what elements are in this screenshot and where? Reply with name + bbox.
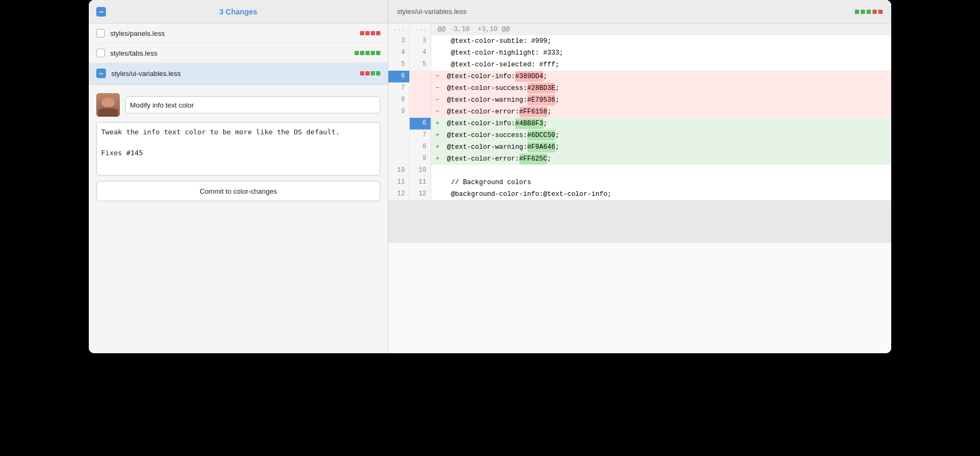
right-panel: styles/ui-variables.less ... ... @@ -3,1… [388,0,891,353]
diff-row-removed-6: 6 − @text-color-info:#389DD4; [388,71,891,82]
dot-green [376,51,380,55]
new-line-added-7: 7 [410,130,431,141]
new-line-11: 11 [410,177,431,188]
prefix-minus: − [435,83,443,94]
line-code-12: @background-color-info:@text-color-info; [431,188,891,200]
old-line-7: 7 [388,82,410,94]
dot-green [365,51,370,55]
diff-row-removed-8: 8 − @text-color-warning:#E79536; [388,94,891,106]
new-line-10: 10 [410,165,431,177]
highlight-removed: #389DD4 [515,71,543,82]
prefix-plus: + [435,130,443,141]
line-code-added-6: + @text-color-info:#4BB8F3; [431,118,891,130]
left-panel: 3 Changes styles/panels.less [89,0,388,353]
old-line-8: 8 [388,94,410,106]
file-item-panels[interactable]: styles/panels.less [89,24,388,43]
avatar [96,93,120,117]
dot-green [360,51,364,55]
diff-dots-tabs [355,51,380,55]
new-line-4: 4 [410,47,431,59]
new-line-added-9: 9 [410,153,431,165]
right-header: styles/ui-variables.less [388,0,891,24]
new-line-12: 12 [410,188,431,200]
filename-panels: styles/panels.less [110,29,360,37]
commit-button[interactable]: Commit to color-changes [96,181,380,201]
highlight-removed: #FF6158 [519,107,548,117]
file-checkbox-tabs[interactable] [96,49,105,57]
old-line-4: 4 [388,47,410,59]
line-code-10 [431,165,891,177]
new-line-added-6: 6 [410,118,431,130]
file-selected-indicator [96,69,106,78]
old-line-added-7-empty [388,130,410,141]
old-line-3: 3 [388,35,410,47]
new-line-5: 5 [410,59,431,71]
line-code-3: @text-color-subtle: #999; [431,35,891,47]
dot-red [371,31,375,35]
line-code-added-9: + @text-color-error:#FF625C; [431,153,891,165]
prefix [435,48,443,58]
line-code-removed-6: − @text-color-info:#389DD4; [431,71,891,82]
hunk-old-num: ... [388,24,410,35]
hunk-header-text: @@ -3,10 +3,10 @@ [431,24,891,35]
dot-green [867,10,871,14]
highlight-added: #4BB8F3 [515,118,543,129]
new-line-6-empty [410,71,431,82]
prefix-plus: + [435,142,443,153]
diff-row-added-8: 8 + @text-color-warning:#F9A646; [388,141,891,153]
prefix [435,36,443,47]
prefix-plus: + [435,118,443,129]
highlight-removed: #E79536 [527,95,556,105]
prefix [435,177,443,188]
commit-title-input[interactable] [125,96,380,113]
prefix [435,189,443,200]
right-header-filepath: styles/ui-variables.less [397,7,466,16]
changes-title: 3 Changes [219,7,257,16]
dot-red [365,71,370,75]
diff-row-removed-9: 9 − @text-color-error:#FF6158; [388,106,891,118]
line-code-added-8: + @text-color-warning:#F9A646; [431,141,891,153]
diff-row-context-10: 10 10 [388,165,891,177]
file-item-ui-variables[interactable]: styles/ui-variables.less [89,63,388,84]
old-line-9: 9 [388,106,410,118]
filename-tabs: styles/tabs.less [110,49,355,57]
prefix-minus: − [435,71,443,82]
diff-row-added-7: 7 + @text-color-success:#6DCC50; [388,130,891,141]
avatar-face [96,93,120,117]
dot-green [861,10,865,14]
dot-green [855,10,859,14]
dot-green [371,51,375,55]
line-code-removed-7: − @text-color-success:#28BD3E; [431,82,891,94]
old-line-5: 5 [388,59,410,71]
prefix [435,165,443,176]
file-checkbox-panels[interactable] [96,29,105,37]
highlight-added: #FF625C [519,154,548,164]
old-line-6: 6 [388,71,410,82]
old-line-11: 11 [388,177,410,188]
commit-body-input[interactable]: Tweak the info text color to be more lik… [96,122,380,176]
file-item-tabs[interactable]: styles/tabs.less [89,43,388,63]
diff-row-added-6: 6 + @text-color-info:#4BB8F3; [388,118,891,130]
diff-dots-ui-variables [360,71,380,75]
dot-red [360,71,364,75]
old-line-12: 12 [388,188,410,200]
diff-row-context-5: 5 5 @text-color-selected: #fff; [388,59,891,71]
file-list: styles/panels.less styles/tabs.less [89,24,388,85]
prefix [435,59,443,70]
line-code-5: @text-color-selected: #fff; [431,59,891,71]
dot-red [376,31,380,35]
hunk-new-num: ... [410,24,431,35]
commit-area: Tweak the info text color to be more lik… [89,85,388,353]
line-code-removed-9: − @text-color-error:#FF6158; [431,106,891,118]
dot-green [355,51,359,55]
old-line-added-8-empty [388,141,410,153]
highlight-added: #F9A646 [527,142,556,153]
line-code-4: @text-color-highlight: #333; [431,47,891,59]
diff-row-context-4: 4 4 @text-color-highlight: #333; [388,47,891,59]
diff-row-removed-7: 7 − @text-color-success:#28BD3E; [388,82,891,94]
diff-row-context-11: 11 11 // Background colors [388,177,891,188]
line-code-added-7: + @text-color-success:#6DCC50; [431,130,891,141]
dot-red [360,31,364,35]
collapse-button[interactable] [96,7,106,17]
prefix-plus: + [435,154,443,164]
